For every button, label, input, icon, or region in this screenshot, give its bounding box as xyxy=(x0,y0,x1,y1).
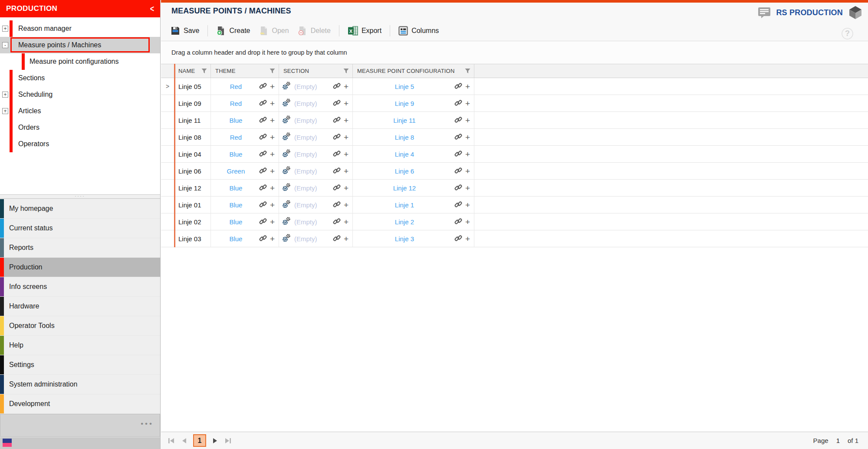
row-expander[interactable] xyxy=(161,129,174,145)
link-chain-icon[interactable] xyxy=(333,116,341,124)
link-chain-icon[interactable] xyxy=(333,99,341,107)
menu-overflow-button[interactable]: ••• xyxy=(141,420,154,428)
sidebar-menu-item-reports[interactable]: Reports xyxy=(0,238,160,257)
link-chain-icon[interactable] xyxy=(333,234,341,242)
tree-expander-icon[interactable]: + xyxy=(2,108,8,114)
table-row[interactable]: Linje 09 Red + (Empty) + Linje 9 xyxy=(161,95,868,112)
column-header-section[interactable]: SECTION xyxy=(279,64,353,78)
add-section-button[interactable]: + xyxy=(344,150,349,158)
link-chain-icon[interactable] xyxy=(454,82,462,90)
filter-icon[interactable] xyxy=(343,68,349,74)
add-config-button[interactable]: + xyxy=(465,99,470,108)
sidebar-menu-item-system-administration[interactable]: System administration xyxy=(0,375,160,394)
link-chain-icon[interactable] xyxy=(259,116,267,124)
row-expander[interactable] xyxy=(161,112,174,128)
add-theme-button[interactable]: + xyxy=(270,82,275,91)
filter-icon[interactable] xyxy=(270,68,275,74)
sidebar-tree-item[interactable]: +Articles xyxy=(0,103,160,119)
config-link[interactable]: Linje 12 xyxy=(355,184,454,192)
next-page-button[interactable] xyxy=(213,438,218,444)
sidebar-tree-item[interactable]: Measure point configurations xyxy=(0,53,160,70)
add-config-button[interactable]: + xyxy=(465,116,470,125)
link-chain-icon[interactable] xyxy=(259,200,267,208)
config-link[interactable]: Linje 11 xyxy=(355,117,454,124)
add-theme-button[interactable]: + xyxy=(270,184,275,192)
config-link[interactable]: Linje 9 xyxy=(355,100,454,107)
link-chain-icon[interactable] xyxy=(259,234,267,242)
filter-icon[interactable] xyxy=(201,68,207,74)
row-expander[interactable] xyxy=(161,146,174,162)
link-chain-icon[interactable] xyxy=(259,167,267,174)
column-header-theme[interactable]: THEME xyxy=(211,64,279,78)
row-expander[interactable] xyxy=(161,163,174,179)
link-chain-icon[interactable] xyxy=(454,167,462,174)
add-config-button[interactable]: + xyxy=(465,218,470,226)
add-theme-button[interactable]: + xyxy=(270,218,275,226)
open-button[interactable]: Open xyxy=(255,24,293,38)
row-expander[interactable]: > xyxy=(161,78,174,95)
add-theme-button[interactable]: + xyxy=(270,116,275,125)
sidebar-tree-item[interactable]: +Reason manager xyxy=(0,20,160,37)
link-chain-icon[interactable] xyxy=(333,184,341,191)
save-button[interactable]: Save xyxy=(166,24,204,38)
current-page-button[interactable]: 1 xyxy=(193,434,206,447)
link-chain-icon[interactable] xyxy=(333,217,341,225)
link-chain-icon[interactable] xyxy=(259,184,267,191)
theme-link[interactable]: Blue xyxy=(213,235,259,243)
table-row[interactable]: > Linje 05 Red + (Empty) + Linje 5 xyxy=(161,78,868,95)
link-chain-icon[interactable] xyxy=(454,217,462,225)
page-number-value[interactable]: 1 xyxy=(836,437,840,444)
table-row[interactable]: Linje 03 Blue + (Empty) + Linje 3 xyxy=(161,230,868,247)
add-section-button[interactable]: + xyxy=(344,167,349,175)
add-section-button[interactable]: + xyxy=(344,116,349,125)
table-row[interactable]: Linje 12 Blue + (Empty) + Linje 12 xyxy=(161,180,868,197)
theme-link[interactable]: Red xyxy=(213,100,259,107)
theme-link[interactable]: Blue xyxy=(213,117,259,124)
row-expander[interactable] xyxy=(161,197,174,213)
table-row[interactable]: Linje 04 Blue + (Empty) + Linje 4 xyxy=(161,146,868,163)
add-section-button[interactable]: + xyxy=(344,133,349,141)
add-section-button[interactable]: + xyxy=(344,201,349,209)
language-flag-icon[interactable] xyxy=(3,439,12,447)
column-header-measure-point-configuration[interactable]: MEASURE POINT CONFIGURATION xyxy=(353,64,474,78)
theme-link[interactable]: Red xyxy=(213,134,259,141)
export-button[interactable]: X Export xyxy=(343,24,386,38)
sidebar-menu-item-current-status[interactable]: Current status xyxy=(0,219,160,238)
delete-button[interactable]: Delete xyxy=(293,24,335,38)
first-page-button[interactable] xyxy=(168,438,175,444)
add-config-button[interactable]: + xyxy=(465,133,470,141)
add-section-button[interactable]: + xyxy=(344,218,349,226)
add-theme-button[interactable]: + xyxy=(270,201,275,209)
add-config-button[interactable]: + xyxy=(465,150,470,158)
sidebar-menu-item-info-screens[interactable]: Info screens xyxy=(0,277,160,296)
feedback-bubble-icon[interactable] xyxy=(758,7,771,19)
add-theme-button[interactable]: + xyxy=(270,235,275,243)
config-link[interactable]: Linje 4 xyxy=(355,151,454,158)
filter-icon[interactable] xyxy=(465,68,470,74)
tree-expander-icon[interactable]: - xyxy=(2,42,8,48)
previous-page-button[interactable] xyxy=(181,438,187,444)
column-header-name[interactable]: NAME xyxy=(174,64,211,78)
link-chain-icon[interactable] xyxy=(333,167,341,174)
link-chain-icon[interactable] xyxy=(259,82,267,90)
table-row[interactable]: Linje 02 Blue + (Empty) + Linje 2 xyxy=(161,213,868,230)
sidebar-collapse-icon[interactable]: < xyxy=(150,3,154,13)
link-chain-icon[interactable] xyxy=(454,200,462,208)
config-link[interactable]: Linje 5 xyxy=(355,83,454,90)
link-chain-icon[interactable] xyxy=(333,150,341,157)
add-section-button[interactable]: + xyxy=(344,184,349,192)
theme-link[interactable]: Blue xyxy=(213,201,259,209)
add-theme-button[interactable]: + xyxy=(270,150,275,158)
config-link[interactable]: Linje 1 xyxy=(355,201,454,209)
row-expander[interactable] xyxy=(161,230,174,247)
sidebar-menu-item-production[interactable]: Production xyxy=(0,258,160,277)
add-config-button[interactable]: + xyxy=(465,82,470,91)
link-chain-icon[interactable] xyxy=(454,116,462,124)
help-icon[interactable]: ? xyxy=(842,28,853,39)
sidebar-tree-item[interactable]: Orders xyxy=(0,119,160,136)
sidebar-tree-item[interactable]: Sections xyxy=(0,70,160,86)
link-chain-icon[interactable] xyxy=(454,234,462,242)
add-config-button[interactable]: + xyxy=(465,201,470,209)
config-link[interactable]: Linje 8 xyxy=(355,134,454,141)
last-page-button[interactable] xyxy=(224,438,231,444)
